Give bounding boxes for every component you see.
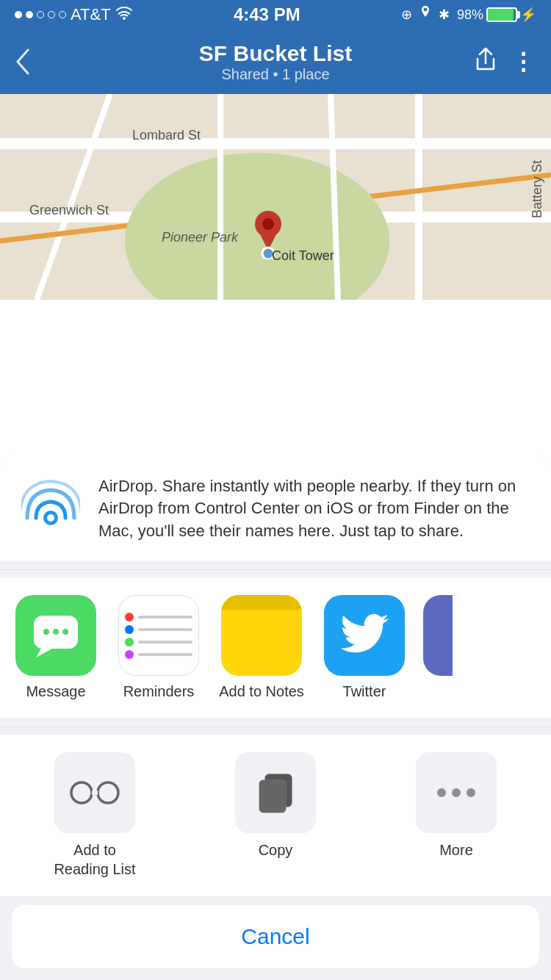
cancel-label: Cancel [241, 924, 309, 949]
coit-tower-label: Coit Tower [272, 248, 334, 264]
battery-icon [486, 7, 517, 22]
svg-point-20 [98, 782, 118, 803]
app-add-to-notes[interactable]: Add to Notes [217, 595, 306, 700]
airdrop-icon [18, 476, 84, 542]
divider-1 [0, 569, 551, 570]
add-to-notes-label: Add to Notes [219, 683, 304, 700]
app-twitter[interactable]: Twitter [320, 595, 408, 700]
battery: 98% ⚡ [457, 7, 536, 23]
share-sheet: AirDrop. Share instantly with people nea… [0, 455, 551, 980]
battery-st-label: Battery St [530, 160, 545, 218]
copy-label: Copy [259, 840, 293, 860]
svg-line-3 [37, 94, 110, 300]
action-reading-list[interactable]: Add toReading List [12, 752, 178, 879]
location-icon [419, 6, 431, 24]
clock: 4:43 PM [234, 4, 300, 25]
nav-bar: SF Bucket List Shared • 1 place ⋮ [0, 29, 551, 94]
apps-row: Message [12, 595, 539, 700]
svg-rect-24 [259, 780, 286, 813]
apps-section: Message [0, 577, 551, 718]
svg-point-17 [53, 629, 59, 635]
twitter-icon [324, 595, 405, 676]
more-dots-icon [437, 788, 475, 797]
copy-icon [235, 752, 316, 833]
signal-dot-4 [48, 11, 55, 18]
cancel-button[interactable]: Cancel [12, 905, 539, 968]
more-options-icon [416, 752, 497, 833]
message-icon [15, 595, 96, 676]
reminders-icon [118, 595, 199, 676]
airdrop-section: AirDrop. Share instantly with people nea… [0, 455, 551, 561]
twitter-label: Twitter [343, 683, 386, 700]
more-icon[interactable]: ⋮ [511, 48, 536, 76]
message-label: Message [26, 683, 85, 700]
action-more[interactable]: More [373, 752, 539, 879]
notes-icon [221, 595, 302, 676]
nav-title-area: SF Bucket List Shared • 1 place [199, 41, 352, 83]
nav-actions: ⋮ [475, 47, 536, 77]
airdrop-description: AirDrop. Share instantly with people nea… [98, 475, 533, 543]
page-title: SF Bucket List [199, 41, 352, 66]
signal-dot-5 [59, 11, 66, 18]
status-bar: AT&T 4:43 PM ⊕ ✱ 98% ⚡ [0, 0, 551, 29]
carrier-label: AT&T [71, 5, 111, 24]
reading-list-icon [54, 752, 135, 833]
bluetooth-icon: ✱ [439, 7, 450, 23]
actions-section: Add toReading List Copy Mo [0, 735, 551, 896]
svg-marker-15 [36, 649, 52, 657]
lock-icon: ⊕ [401, 7, 412, 23]
map-area: Lombard St Greenwich St Battery St Pione… [0, 94, 551, 300]
back-button[interactable] [15, 48, 31, 75]
action-copy[interactable]: Copy [192, 752, 359, 879]
app-reminders[interactable]: Reminders [115, 595, 203, 700]
svg-point-19 [71, 782, 92, 803]
wifi-icon [115, 5, 133, 24]
more-label: More [439, 840, 473, 860]
signal-dot-1 [15, 11, 22, 18]
reading-list-label: Add toReading List [54, 840, 135, 879]
svg-point-9 [262, 218, 274, 230]
app-message[interactable]: Message [12, 595, 100, 700]
svg-point-13 [47, 514, 54, 522]
status-left: AT&T [15, 5, 133, 24]
svg-point-16 [43, 629, 49, 635]
signal-dot-3 [37, 11, 44, 18]
park-name-label: Pioneer Park [162, 230, 238, 245]
lombard-st-label: Lombard St [132, 128, 201, 143]
reminders-label: Reminders [123, 683, 195, 700]
greenwich-st-label: Greenwich St [29, 203, 109, 218]
divider-2 [0, 727, 551, 727]
airdrop-text-content: AirDrop. Share instantly with people nea… [98, 477, 516, 541]
share-icon[interactable] [475, 47, 497, 77]
signal-dots [15, 11, 66, 18]
charging-icon: ⚡ [520, 7, 536, 23]
status-right: ⊕ ✱ 98% ⚡ [401, 6, 536, 24]
page-subtitle: Shared • 1 place [199, 66, 352, 83]
app-partial[interactable] [423, 595, 453, 700]
signal-dot-2 [26, 11, 33, 18]
svg-point-18 [62, 629, 68, 635]
